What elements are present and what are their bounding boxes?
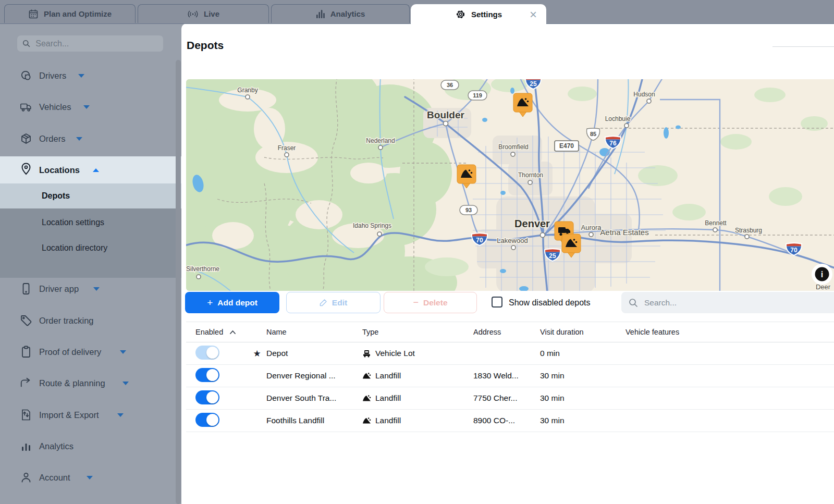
close-icon[interactable]: × bbox=[530, 8, 537, 21]
depots-map[interactable]: Granby Fraser Nederland Idaho Springs Si… bbox=[186, 79, 834, 291]
depot-visit-duration: 30 min bbox=[540, 416, 626, 425]
tab-settings[interactable]: Settings × bbox=[411, 4, 546, 24]
map-town-label: Aurora bbox=[581, 224, 602, 231]
svg-text:70: 70 bbox=[790, 247, 798, 254]
sidebar-item-drivers[interactable]: Drivers bbox=[0, 64, 181, 87]
delete-button[interactable]: − Delete bbox=[384, 292, 477, 313]
svg-text:36: 36 bbox=[447, 82, 453, 88]
table-row[interactable]: Foothills Landfill Landfill 8900 CO-... … bbox=[186, 410, 834, 432]
depots-search-input[interactable] bbox=[643, 298, 802, 308]
sidebar-item-driver-app[interactable]: Driver app bbox=[0, 277, 181, 300]
col-visit-duration[interactable]: Visit duration bbox=[540, 328, 626, 336]
sidebar-item-label: Import & Export bbox=[39, 410, 99, 420]
tab-label: Plan and Optimize bbox=[44, 9, 112, 18]
enabled-toggle[interactable] bbox=[195, 413, 219, 427]
col-vehicle-features[interactable]: Vehicle features bbox=[626, 328, 834, 336]
col-address[interactable]: Address bbox=[473, 328, 540, 336]
steering-wheel-icon bbox=[20, 69, 32, 82]
depot-type: Landfill bbox=[375, 394, 401, 403]
enabled-toggle[interactable] bbox=[195, 390, 219, 404]
chevron-down-icon bbox=[83, 105, 90, 109]
tab-plan-and-optimize[interactable]: Plan and Optimize bbox=[4, 4, 136, 23]
sidebar-scrollbar[interactable] bbox=[176, 60, 181, 504]
map-town-label: Silverthorne bbox=[186, 265, 219, 273]
delete-label: Delete bbox=[423, 298, 448, 308]
col-name[interactable]: Name bbox=[266, 328, 362, 336]
tag-icon bbox=[20, 314, 32, 327]
sidebar-item-analytics[interactable]: Analytics bbox=[0, 435, 181, 458]
tab-live[interactable]: Live bbox=[138, 4, 269, 23]
search-icon bbox=[629, 298, 638, 308]
sidebar-subitem-label: Depots bbox=[42, 191, 70, 201]
show-disabled-depots-label: Show disabled depots bbox=[509, 292, 591, 313]
sidebar-item-orders[interactable]: Orders bbox=[0, 127, 181, 150]
edit-label: Edit bbox=[332, 298, 347, 308]
sidebar-item-label: Analytics bbox=[39, 441, 73, 451]
svg-text:25: 25 bbox=[549, 252, 556, 260]
route-shield-93: 93 bbox=[460, 205, 477, 215]
gear-icon bbox=[455, 9, 466, 20]
map-town-label: Idaho Springs bbox=[353, 222, 391, 229]
col-enabled[interactable]: Enabled bbox=[195, 328, 223, 336]
sidebar-item-locations[interactable]: Locations bbox=[0, 156, 181, 183]
clipboard-icon bbox=[20, 346, 32, 358]
sidebar-item-location-directory[interactable]: Location directory bbox=[42, 243, 107, 253]
minus-icon: − bbox=[413, 297, 419, 308]
header-divider bbox=[772, 46, 834, 47]
depots-search[interactable] bbox=[621, 292, 834, 313]
calendar-icon bbox=[28, 9, 39, 19]
route-shield-e470: E470 bbox=[555, 141, 579, 151]
search-icon bbox=[22, 39, 30, 48]
depots-table: Enabled Name Type Address Visit duration… bbox=[186, 322, 834, 432]
sort-ascending-icon[interactable] bbox=[229, 330, 236, 335]
sidebar-item-account[interactable]: Account bbox=[0, 466, 181, 489]
table-row[interactable]: Denver South Tra... Landfill 7750 Cher..… bbox=[186, 387, 834, 410]
depots-toolbar: + Add depot Edit − Delete Show disabled … bbox=[185, 292, 834, 313]
add-depot-button[interactable]: + Add depot bbox=[185, 292, 279, 313]
landfill-icon bbox=[362, 394, 371, 402]
chevron-down-icon bbox=[93, 287, 100, 291]
bar-chart-icon bbox=[316, 9, 325, 19]
depot-type: Landfill bbox=[375, 416, 401, 425]
sidebar-item-import-export[interactable]: Import & Export bbox=[0, 403, 181, 426]
table-row[interactable]: ★ Depot Vehicle Lot 0 min bbox=[186, 342, 834, 365]
sidebar-item-label: Route & planning bbox=[39, 378, 105, 388]
route-shield-119: 119 bbox=[468, 91, 487, 100]
broadcast-icon bbox=[187, 9, 199, 19]
svg-text:76: 76 bbox=[609, 140, 617, 147]
sidebar-item-order-tracking[interactable]: Order tracking bbox=[0, 309, 181, 332]
map-town-label: Aetna Estates bbox=[600, 228, 648, 237]
map-town-label: Thornton bbox=[518, 171, 543, 179]
show-disabled-depots-checkbox[interactable] bbox=[492, 297, 502, 308]
table-row[interactable]: Denver Regional ... Landfill 1830 Weld..… bbox=[186, 365, 834, 387]
map-town-label: Hudson bbox=[633, 91, 655, 98]
route-arrow-icon bbox=[20, 377, 32, 389]
svg-text:119: 119 bbox=[473, 92, 482, 99]
map-info-button[interactable]: i bbox=[812, 264, 832, 285]
map-town-label: Fraser bbox=[278, 144, 296, 152]
sidebar-item-label: Vehicles bbox=[39, 102, 71, 112]
svg-text:70: 70 bbox=[476, 237, 483, 244]
svg-text:93: 93 bbox=[465, 207, 472, 213]
map-town-label: Lakewood bbox=[497, 237, 528, 244]
sidebar-item-location-settings[interactable]: Location settings bbox=[42, 218, 104, 227]
depot-name: Depot bbox=[266, 349, 362, 358]
map-town-label: Lochbuie bbox=[605, 115, 631, 122]
sidebar-search[interactable] bbox=[17, 35, 163, 52]
sidebar-item-depots[interactable]: Depots bbox=[0, 183, 181, 208]
col-type[interactable]: Type bbox=[362, 328, 473, 336]
tab-bar: Plan and Optimize Live Analytics Setting… bbox=[0, 0, 834, 24]
map-town-label: Strasburg bbox=[735, 227, 762, 234]
edit-button[interactable]: Edit bbox=[286, 292, 381, 313]
tab-analytics[interactable]: Analytics bbox=[271, 4, 410, 23]
sidebar-item-vehicles[interactable]: Vehicles bbox=[0, 95, 181, 118]
package-icon bbox=[20, 132, 32, 145]
tab-label: Analytics bbox=[330, 9, 365, 18]
sidebar-item-proof-of-delivery[interactable]: Proof of delivery bbox=[0, 340, 181, 363]
enabled-toggle[interactable] bbox=[195, 346, 219, 360]
sidebar-item-route-planning[interactable]: Route & planning bbox=[0, 372, 181, 395]
vehicle-lot-icon bbox=[362, 349, 371, 358]
sidebar-item-label: Locations bbox=[39, 165, 80, 175]
enabled-toggle[interactable] bbox=[195, 368, 219, 382]
sidebar-search-input[interactable] bbox=[34, 39, 158, 49]
